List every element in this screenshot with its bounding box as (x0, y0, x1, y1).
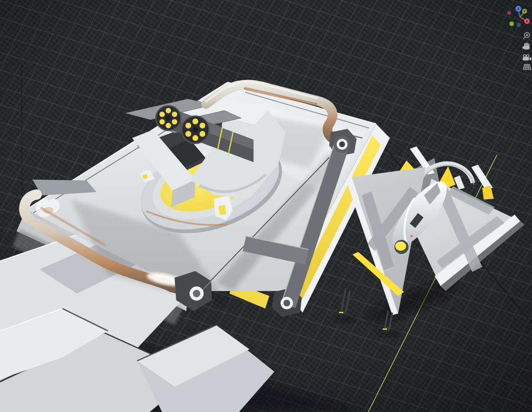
arm-joint-top (333, 136, 351, 153)
svg-text:Y: Y (523, 10, 526, 13)
3d-viewport[interactable]: Z Y X (0, 0, 532, 412)
gizmo-axis-x[interactable]: X (525, 19, 530, 24)
gizmo-axis-x-neg[interactable] (507, 11, 511, 15)
arm-joint-right (281, 297, 293, 309)
arm-joint-left (190, 286, 204, 301)
svg-text:Z: Z (517, 7, 520, 11)
gizmo-axis-y[interactable]: Y (522, 9, 527, 14)
gizmo-axis-y-neg[interactable] (510, 22, 514, 26)
gizmo-axis-z-neg[interactable] (517, 23, 521, 27)
svg-text:X: X (526, 20, 528, 23)
pod-nose-light (395, 242, 406, 251)
gizmo-axis-z[interactable]: Z (515, 6, 521, 12)
